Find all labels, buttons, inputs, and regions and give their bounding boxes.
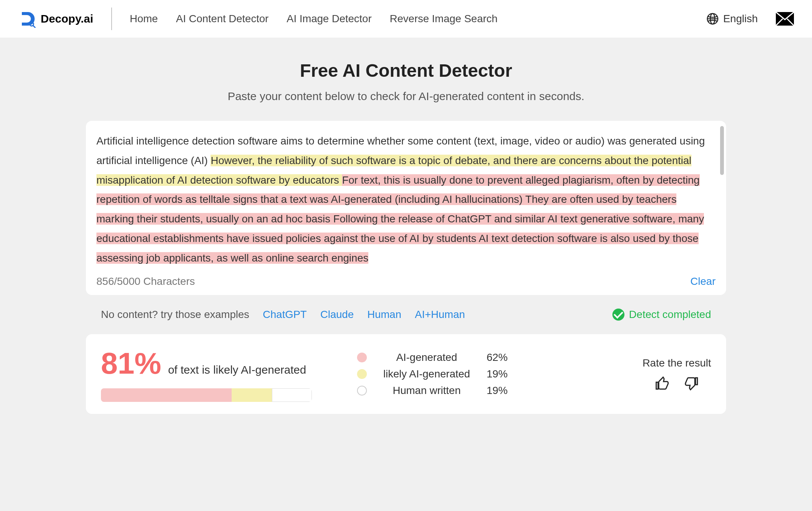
progress-segment bbox=[232, 388, 272, 402]
language-label: English bbox=[723, 13, 758, 25]
legend-label: likely AI-generated bbox=[374, 368, 480, 380]
content-box: Artificial intelligence detection softwa… bbox=[86, 121, 726, 295]
rate-icons bbox=[655, 376, 699, 391]
examples-label: No content? try those examples bbox=[101, 309, 249, 321]
legend-value: 19% bbox=[487, 385, 508, 397]
nav: Home AI Content Detector AI Image Detect… bbox=[130, 13, 707, 25]
progress-segment bbox=[101, 388, 232, 402]
legend-label: Human written bbox=[374, 385, 480, 397]
results-panel: 81% of text is likely AI-generated AI-ge… bbox=[86, 334, 726, 414]
brand-name: Decopy.ai bbox=[41, 12, 93, 25]
legend: AI-generated62%likely AI-generated19%Hum… bbox=[357, 351, 508, 397]
examples-left: No content? try those examples ChatGPT C… bbox=[101, 309, 465, 321]
nav-ai-image-detector[interactable]: AI Image Detector bbox=[287, 13, 372, 25]
thumbs-down-icon[interactable] bbox=[684, 376, 699, 391]
scrollbar-thumb[interactable] bbox=[720, 126, 724, 175]
examples-row: No content? try those examples ChatGPT C… bbox=[86, 295, 726, 334]
logo-icon bbox=[18, 10, 36, 28]
example-ai-human[interactable]: AI+Human bbox=[415, 309, 465, 321]
result-main: 81% of text is likely AI-generated bbox=[101, 346, 334, 402]
progress-bar bbox=[101, 388, 312, 402]
overall-percentage: 81% bbox=[101, 346, 161, 381]
svg-line-1 bbox=[33, 26, 35, 28]
legend-dot bbox=[357, 369, 367, 379]
header: Decopy.ai Home AI Content Detector AI Im… bbox=[0, 0, 812, 38]
nav-reverse-image-search[interactable]: Reverse Image Search bbox=[390, 13, 498, 25]
legend-dot bbox=[357, 353, 367, 362]
legend-dot bbox=[357, 386, 367, 395]
example-human[interactable]: Human bbox=[367, 309, 401, 321]
header-divider bbox=[111, 8, 112, 30]
legend-row: likely AI-generated19% bbox=[357, 368, 508, 380]
overall-percentage-text: of text is likely AI-generated bbox=[168, 363, 306, 376]
progress-segment bbox=[272, 388, 312, 402]
legend-value: 62% bbox=[487, 351, 508, 363]
nav-ai-content-detector[interactable]: AI Content Detector bbox=[176, 13, 269, 25]
content-text-area[interactable]: Artificial intelligence detection softwa… bbox=[96, 131, 716, 268]
page-subtitle: Paste your content below to check for AI… bbox=[86, 90, 726, 103]
content-footer: 856/5000 Characters Clear bbox=[96, 275, 716, 287]
example-chatgpt[interactable]: ChatGPT bbox=[263, 309, 307, 321]
mail-icon[interactable] bbox=[776, 12, 794, 26]
legend-row: AI-generated62% bbox=[357, 351, 508, 363]
result-headline: 81% of text is likely AI-generated bbox=[101, 346, 334, 381]
globe-icon bbox=[707, 13, 719, 25]
legend-value: 19% bbox=[487, 368, 508, 380]
language-selector[interactable]: English bbox=[707, 13, 758, 25]
detect-status-text: Detect completed bbox=[629, 309, 711, 321]
rate-section: Rate the result bbox=[643, 357, 711, 391]
example-claude[interactable]: Claude bbox=[320, 309, 354, 321]
nav-home[interactable]: Home bbox=[130, 13, 158, 25]
legend-label: AI-generated bbox=[374, 351, 480, 363]
thumbs-up-icon[interactable] bbox=[655, 376, 670, 391]
logo[interactable]: Decopy.ai bbox=[18, 10, 93, 28]
main: Free AI Content Detector Paste your cont… bbox=[78, 38, 734, 414]
clear-button[interactable]: Clear bbox=[690, 275, 716, 287]
character-count: 856/5000 Characters bbox=[96, 275, 195, 287]
header-right: English bbox=[707, 12, 794, 26]
page-title: Free AI Content Detector bbox=[86, 60, 726, 81]
check-icon bbox=[612, 309, 624, 321]
legend-row: Human written19% bbox=[357, 385, 508, 397]
detect-status: Detect completed bbox=[612, 309, 711, 321]
rate-label: Rate the result bbox=[643, 357, 711, 369]
